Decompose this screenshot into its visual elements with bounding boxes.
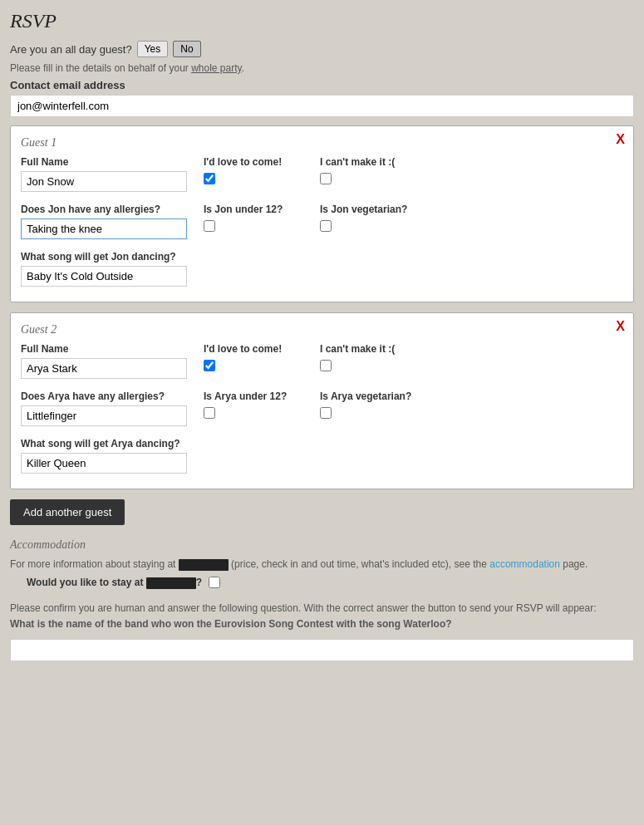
- guest-2-under12-checkbox-wrapper: [204, 405, 303, 419]
- guest-1-name-label: Full Name: [21, 156, 187, 168]
- guest-1-love-checkbox[interactable]: [204, 173, 215, 184]
- guest-1-name-group: Full Name: [21, 156, 187, 192]
- guest-1-allergy-label: Does Jon have any allergies?: [21, 204, 187, 215]
- guest-2-love-group: I'd love to come!: [204, 343, 303, 371]
- guest-2-vegetarian-checkbox[interactable]: [320, 407, 332, 419]
- guest-1-under12-checkbox-wrapper: [204, 219, 303, 232]
- allday-no-button[interactable]: No: [173, 41, 200, 57]
- guest-1-top-row: Full Name I'd love to come! I can't make…: [21, 156, 623, 192]
- guest-1-vegetarian-label: Is Jon vegetarian?: [320, 204, 420, 215]
- fill-info-emphasis: whole party: [191, 62, 241, 74]
- guest-1-cantmake-checkbox[interactable]: [320, 173, 332, 184]
- guest-2-song-group: What song will get Arya dancing?: [21, 438, 623, 474]
- guest-1-under12-checkbox[interactable]: [204, 220, 215, 232]
- guest-1-under12-group: Is Jon under 12?: [204, 204, 303, 232]
- guest-2-under12-group: Is Arya under 12?: [204, 390, 303, 419]
- guest-1-cantmake-group: I can't make it :(: [320, 156, 420, 184]
- page-title: RSVP: [10, 10, 634, 32]
- guest-2-cantmake-group: I can't make it :(: [320, 343, 420, 371]
- guest-1-allergy-group: Does Jon have any allergies?: [21, 204, 187, 239]
- guest-1-vegetarian-checkbox-wrapper: [320, 219, 420, 232]
- guest-2-title: Guest 2: [21, 323, 623, 336]
- guest-2-card: X Guest 2 Full Name I'd love to come! I …: [10, 312, 634, 489]
- allday-question: Are you an all day guest?: [10, 43, 132, 56]
- allday-row: Are you an all day guest? Yes No: [10, 41, 634, 57]
- guest-2-song-input[interactable]: [21, 453, 187, 474]
- guest-2-love-checkbox[interactable]: [204, 360, 215, 371]
- guest-2-name-input[interactable]: [21, 358, 187, 379]
- add-guest-button[interactable]: Add another guest: [10, 499, 125, 525]
- contact-label: Contact email address: [10, 79, 634, 91]
- accommodation-venue-redacted: [179, 559, 229, 571]
- guest-1-song-input[interactable]: [21, 266, 187, 287]
- guest-1-love-group: I'd love to come!: [204, 156, 303, 184]
- guest-2-name-group: Full Name: [21, 343, 187, 379]
- guest-2-under12-checkbox[interactable]: [204, 407, 215, 419]
- accommodation-section: Accommodation For more information about…: [10, 538, 634, 589]
- accommodation-link[interactable]: accommodation: [489, 558, 560, 570]
- guest-1-love-label: I'd love to come!: [204, 156, 303, 168]
- human-confirm-question: What is the name of the band who won the…: [10, 618, 452, 630]
- guest-2-vegetarian-checkbox-wrapper: [320, 405, 420, 419]
- guest-2-allergy-group: Does Arya have any allergies?: [21, 390, 187, 426]
- allday-yes-button[interactable]: Yes: [137, 41, 169, 57]
- guest-2-love-label: I'd love to come!: [204, 343, 303, 355]
- stay-venue-redacted: [146, 577, 196, 589]
- guest-1-under12-label: Is Jon under 12?: [204, 204, 303, 215]
- guest-1-vegetarian-group: Is Jon vegetarian?: [320, 204, 420, 232]
- stay-row: Would you like to stay at ?: [27, 577, 634, 589]
- guest-2-vegetarian-label: Is Arya vegetarian?: [320, 390, 420, 402]
- guest-1-allergy-input[interactable]: [21, 219, 187, 239]
- human-answer-input[interactable]: [10, 639, 634, 661]
- contact-email-input[interactable]: [10, 95, 634, 117]
- guest-2-top-row: Full Name I'd love to come! I can't make…: [21, 343, 623, 379]
- guest-2-cantmake-checkbox-wrapper: [320, 358, 420, 371]
- guest-2-close-button[interactable]: X: [616, 320, 625, 333]
- guest-1-song-label: What song will get Jon dancing?: [21, 251, 623, 263]
- guest-2-name-label: Full Name: [21, 343, 187, 355]
- guest-1-song-group: What song will get Jon dancing?: [21, 251, 623, 287]
- accommodation-title: Accommodation: [10, 538, 634, 552]
- guest-1-card: X Guest 1 Full Name I'd love to come! I …: [10, 125, 634, 302]
- stay-label: Would you like to stay at ?: [27, 577, 202, 589]
- guest-2-cantmake-label: I can't make it :(: [320, 343, 420, 355]
- guest-1-middle-row: Does Jon have any allergies? Is Jon unde…: [21, 204, 623, 239]
- fill-info: Please fill in the details on behalf of …: [10, 62, 634, 74]
- guest-2-vegetarian-group: Is Arya vegetarian?: [320, 390, 420, 419]
- human-confirm-section: Please confirm you are human and answer …: [10, 601, 634, 661]
- guest-2-allergy-label: Does Arya have any allergies?: [21, 390, 187, 402]
- guest-2-love-checkbox-wrapper: [204, 358, 303, 371]
- guest-1-close-button[interactable]: X: [616, 133, 625, 146]
- guest-2-under12-label: Is Arya under 12?: [204, 390, 303, 402]
- guest-2-song-label: What song will get Arya dancing?: [21, 438, 623, 449]
- guest-2-allergy-input[interactable]: [21, 405, 187, 426]
- guest-1-name-input[interactable]: [21, 171, 187, 192]
- accommodation-info: For more information about staying at (p…: [10, 557, 634, 572]
- guest-2-middle-row: Does Arya have any allergies? Is Arya un…: [21, 390, 623, 426]
- guest-1-cantmake-label: I can't make it :(: [320, 156, 420, 168]
- stay-checkbox[interactable]: [209, 577, 220, 588]
- guest-1-cantmake-checkbox-wrapper: [320, 171, 420, 184]
- guest-1-title: Guest 1: [21, 136, 623, 150]
- guest-1-vegetarian-checkbox[interactable]: [320, 220, 332, 232]
- human-confirm-text: Please confirm you are human and answer …: [10, 601, 634, 632]
- guest-1-love-checkbox-wrapper: [204, 171, 303, 184]
- guest-2-cantmake-checkbox[interactable]: [320, 360, 332, 371]
